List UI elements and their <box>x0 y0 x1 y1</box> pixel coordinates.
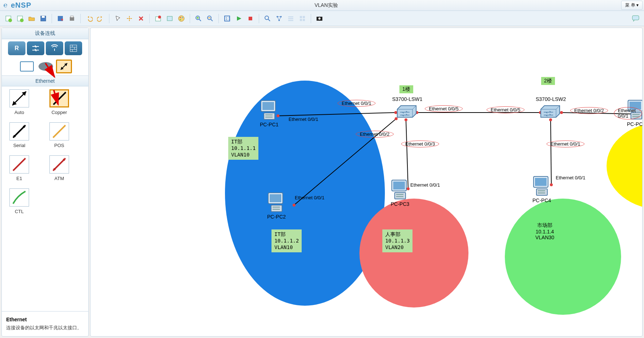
cable-auto[interactable]: Auto <box>5 89 34 115</box>
tool-fit[interactable]: 1:1 <box>222 13 233 24</box>
svg-rect-27 <box>288 18 293 19</box>
window-title: VLAN实验 <box>31 2 621 9</box>
tool-topo[interactable] <box>274 13 285 24</box>
titlebar: ℮ eNSP VLAN实验 菜 单 ▾ <box>0 0 644 11</box>
tool-palette[interactable] <box>176 13 187 24</box>
port-label: Ethernet 0/0/1 <box>410 182 440 188</box>
pc-node[interactable] <box>259 100 278 122</box>
svg-rect-68 <box>273 209 280 210</box>
svg-point-15 <box>182 17 183 18</box>
svg-rect-63 <box>265 117 273 118</box>
svg-rect-66 <box>271 205 282 212</box>
pc-node[interactable] <box>266 192 286 214</box>
tool-list[interactable] <box>285 13 296 24</box>
cable-list: AutoCopperSerialPOSE1ATMCTL <box>2 86 88 217</box>
switch-label: S3700-LSW2 <box>536 96 566 102</box>
svg-point-16 <box>180 19 181 20</box>
svg-rect-62 <box>265 114 273 115</box>
svg-rect-36 <box>70 45 77 52</box>
svg-point-3 <box>20 19 24 22</box>
svg-rect-73 <box>396 196 403 197</box>
tool-save[interactable] <box>38 13 49 24</box>
app-logo: ℮ eNSP <box>1 1 31 9</box>
tool-chat[interactable] <box>630 13 641 24</box>
switch-node[interactable] <box>396 104 418 120</box>
port-label: Ethernet 0/0/1 <box>547 141 584 147</box>
zone-z2 <box>359 199 468 308</box>
dev-cat-firewall[interactable] <box>65 41 82 55</box>
sidebar-header: 设备连线 <box>2 28 88 39</box>
desc-text: 连接设备的以太网和千兆以太接口。 <box>6 325 84 331</box>
tool-grid[interactable] <box>297 13 308 24</box>
tool-redo[interactable] <box>95 13 106 24</box>
svg-point-38 <box>23 126 25 128</box>
tool-open[interactable] <box>15 13 25 24</box>
svg-point-1 <box>8 19 12 22</box>
svg-rect-35 <box>632 16 639 20</box>
svg-point-40 <box>63 159 65 161</box>
port-label: Ethernet 0/0/5 <box>425 105 463 112</box>
svg-rect-77 <box>538 190 545 191</box>
cable-ctl[interactable]: CTL <box>5 188 34 214</box>
svg-line-53 <box>406 120 408 189</box>
svg-rect-32 <box>303 19 305 21</box>
tool-delete[interactable] <box>136 13 146 24</box>
topology-canvas[interactable]: 1楼2楼S3700-LSW1S3700-LSW2PC-PC1PC-PC2PC-P… <box>90 28 643 337</box>
tool-zoomout[interactable] <box>205 13 216 24</box>
tool-play[interactable] <box>233 13 244 24</box>
floor-f1: 1楼 <box>399 85 413 93</box>
info-textbox: 市场部 10.1.1.4 VLAN30 <box>535 222 554 240</box>
dev-cat-switch[interactable] <box>27 41 44 55</box>
svg-line-56 <box>551 120 551 185</box>
dev-cat-wlan[interactable] <box>46 41 63 55</box>
svg-rect-67 <box>273 207 280 208</box>
cable-serial[interactable]: Serial <box>5 122 34 148</box>
dev-cat-pc[interactable] <box>18 60 36 73</box>
tool-capture[interactable] <box>314 13 325 24</box>
tool-folder[interactable] <box>26 13 37 24</box>
menu-button[interactable]: 菜 单 ▾ <box>621 1 643 10</box>
pc-label: PC-PC1 <box>260 122 278 127</box>
switch-node[interactable] <box>539 104 561 120</box>
tool-saveas[interactable] <box>55 13 66 24</box>
cable-atm[interactable]: ATM <box>45 155 74 181</box>
tool-undo[interactable] <box>84 13 94 24</box>
cable-copper[interactable]: Copper <box>45 89 74 115</box>
svg-rect-26 <box>288 16 293 17</box>
tool-pan[interactable] <box>124 13 135 24</box>
pc-node[interactable] <box>531 176 551 197</box>
dev-cat-cloud[interactable] <box>37 60 55 73</box>
svg-rect-31 <box>300 19 302 21</box>
logo-icon: ℮ <box>1 1 9 9</box>
tool-print[interactable] <box>67 13 77 24</box>
svg-rect-65 <box>270 194 281 202</box>
app-name: eNSP <box>11 1 31 9</box>
sidebar-description: Ethernet 连接设备的以太网和千兆以太接口。 <box>2 311 88 336</box>
tool-clear[interactable] <box>153 13 164 24</box>
dev-cat-connection[interactable] <box>56 60 72 73</box>
tool-new[interactable] <box>3 13 14 24</box>
svg-point-14 <box>180 17 181 18</box>
zone-z3 <box>505 199 621 315</box>
pc-label: PC-PC4 <box>532 197 551 203</box>
svg-point-34 <box>318 17 321 20</box>
svg-rect-21 <box>249 17 252 20</box>
tool-stop[interactable] <box>245 13 256 24</box>
tool-console[interactable] <box>262 13 273 24</box>
tool-cursor[interactable] <box>112 13 123 24</box>
port-label: Ethernet 0/0/1 <box>614 107 642 119</box>
cable-pos[interactable]: POS <box>45 122 74 148</box>
svg-rect-12 <box>167 16 172 21</box>
tool-zoomin[interactable] <box>193 13 204 24</box>
cable-e1[interactable]: E1 <box>5 155 34 181</box>
floor-f2: 2楼 <box>541 77 555 85</box>
svg-point-22 <box>265 16 269 20</box>
tool-text[interactable] <box>164 13 175 24</box>
svg-point-9 <box>129 18 130 19</box>
zone-z1 <box>225 81 385 306</box>
switch-label: S3700-LSW1 <box>392 96 422 102</box>
pc-node[interactable] <box>390 179 409 201</box>
zone-z4 <box>607 122 643 209</box>
svg-rect-30 <box>303 16 305 18</box>
dev-cat-router[interactable]: R <box>8 41 25 55</box>
